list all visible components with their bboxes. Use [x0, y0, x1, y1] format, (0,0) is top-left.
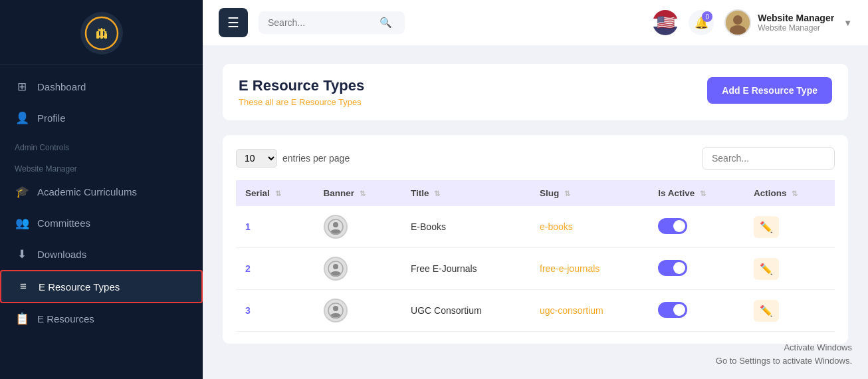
- cell-title: E-Books: [401, 206, 530, 248]
- logo-icon: ⚙: [80, 12, 123, 55]
- edit-button[interactable]: ✏️: [754, 258, 779, 280]
- table-search-input[interactable]: [702, 147, 835, 170]
- cell-banner: [314, 206, 402, 248]
- sidebar-item-downloads-label: Downloads: [37, 249, 86, 260]
- svg-rect-4: [104, 33, 107, 39]
- banner-avatar: [324, 299, 348, 322]
- table-row: 1 E-Bookse-books✏️: [236, 206, 835, 248]
- sidebar-item-e-resource-types[interactable]: ≡ E Resource Types: [0, 270, 203, 303]
- serial-link[interactable]: 1: [245, 221, 251, 232]
- slug-link[interactable]: free-e-journals: [540, 263, 599, 274]
- cell-is-active: [649, 206, 744, 248]
- slug-link[interactable]: ugc-consortium: [540, 305, 603, 316]
- col-is-active: Is Active ⇅: [649, 180, 744, 206]
- sort-icon-serial: ⇅: [275, 190, 281, 197]
- search-icon: 🔍: [380, 17, 392, 29]
- avatar: [724, 9, 751, 36]
- serial-link[interactable]: 3: [245, 305, 251, 316]
- is-active-toggle[interactable]: [658, 260, 687, 276]
- cell-title: UGC Consortium: [401, 290, 530, 332]
- col-title: Title ⇅: [401, 180, 530, 206]
- sidebar: ⚙ ⊞ Dashboard 👤 Profile Admin Controls W…: [0, 0, 203, 379]
- cell-banner: [314, 290, 402, 332]
- academic-curriculums-icon: 🎓: [15, 185, 29, 199]
- is-active-toggle[interactable]: [658, 218, 687, 234]
- sidebar-item-downloads[interactable]: ⬇ Downloads: [0, 239, 203, 270]
- red-arrow: [0, 273, 1, 300]
- topbar-search-input[interactable]: [268, 17, 374, 28]
- edit-button[interactable]: ✏️: [754, 216, 779, 238]
- svg-point-7: [733, 15, 742, 25]
- col-slug: Slug ⇅: [530, 180, 649, 206]
- cell-serial: 3: [236, 290, 314, 332]
- cell-is-active: [649, 290, 744, 332]
- sidebar-item-academic-curriculums[interactable]: 🎓 Academic Curriculums: [0, 176, 203, 207]
- slug-link[interactable]: e-books: [540, 221, 573, 232]
- table-row: 2 Free E-Journalsfree-e-journals✏️: [236, 248, 835, 290]
- sidebar-logo: ⚙: [0, 0, 203, 64]
- table-controls: 10 25 50 100 entries per page: [236, 147, 835, 170]
- table-row: 3 UGC Consortiumugc-consortium✏️: [236, 290, 835, 332]
- page-header-text: E Resource Types These all are E Resourc…: [239, 77, 364, 107]
- sidebar-nav: ⊞ Dashboard 👤 Profile Admin Controls Web…: [0, 64, 203, 341]
- user-area[interactable]: Website Manager Website Manager ▼: [724, 9, 852, 36]
- sort-icon-banner: ⇅: [360, 190, 366, 197]
- svg-point-12: [333, 264, 338, 269]
- col-actions: Actions ⇅: [744, 180, 835, 206]
- cell-serial: 2: [236, 248, 314, 290]
- sidebar-item-academic-curriculums-label: Academic Curriculums: [37, 186, 137, 197]
- profile-icon: 👤: [15, 111, 29, 125]
- cell-actions: ✏️: [744, 206, 835, 248]
- table-container: 10 25 50 100 entries per page Serial ⇅ B…: [223, 135, 848, 344]
- entries-label: entries per page: [282, 153, 350, 164]
- sidebar-item-committees[interactable]: 👥 Committees: [0, 207, 203, 239]
- sidebar-item-committees-label: Committees: [37, 217, 90, 229]
- flag-icon[interactable]: 🇺🇸: [653, 10, 678, 35]
- col-banner: Banner ⇅: [314, 180, 402, 206]
- cell-title: Free E-Journals: [401, 248, 530, 290]
- admin-controls-section: Admin Controls: [0, 134, 203, 155]
- svg-point-9: [333, 222, 338, 227]
- add-e-resource-type-button[interactable]: Add E Resource Type: [707, 77, 832, 104]
- content-area: E Resource Types These all are E Resourc…: [203, 45, 868, 379]
- cell-actions: ✏️: [744, 248, 835, 290]
- menu-button[interactable]: ☰: [219, 8, 248, 37]
- sidebar-item-e-resources-label: E Resources: [37, 313, 94, 324]
- cell-actions: ✏️: [744, 290, 835, 332]
- serial-link[interactable]: 2: [245, 263, 251, 274]
- cell-banner: [314, 248, 402, 290]
- cell-slug: e-books: [530, 206, 649, 248]
- table-header-row: Serial ⇅ Banner ⇅ Title ⇅ Slug ⇅ Is Acti…: [236, 180, 835, 206]
- downloads-icon: ⬇: [15, 247, 29, 261]
- banner-avatar: [324, 257, 348, 281]
- entries-per-page-select[interactable]: 10 25 50 100: [236, 149, 277, 168]
- main-area: ☰ 🔍 🇺🇸 🔔 0 Website Manager: [203, 0, 868, 379]
- dashboard-icon: ⊞: [15, 80, 29, 94]
- e-resource-types-icon: ≡: [16, 280, 31, 293]
- resource-types-table: Serial ⇅ Banner ⇅ Title ⇅ Slug ⇅ Is Acti…: [236, 180, 835, 332]
- user-info: Website Manager Website Manager: [758, 13, 834, 33]
- sidebar-item-e-resources[interactable]: 📋 E Resources: [0, 303, 203, 334]
- banner-avatar: [324, 215, 348, 239]
- cell-is-active: [649, 248, 744, 290]
- sidebar-item-profile[interactable]: 👤 Profile: [0, 102, 203, 134]
- svg-rect-2: [96, 32, 99, 39]
- sort-icon-is-active: ⇅: [700, 190, 706, 197]
- topbar-search-box: 🔍: [259, 11, 405, 34]
- sidebar-item-e-resource-types-label: E Resource Types: [39, 281, 120, 293]
- website-manager-section: Website Manager: [0, 155, 203, 176]
- is-active-toggle[interactable]: [658, 302, 687, 318]
- notification-button[interactable]: 🔔 0: [689, 10, 714, 35]
- sort-icon-actions: ⇅: [792, 190, 798, 197]
- edit-button[interactable]: ✏️: [754, 300, 779, 322]
- svg-rect-3: [100, 29, 103, 39]
- committees-icon: 👥: [15, 216, 29, 230]
- sidebar-item-dashboard[interactable]: ⊞ Dashboard: [0, 71, 203, 102]
- topbar: ☰ 🔍 🇺🇸 🔔 0 Website Manager: [203, 0, 868, 45]
- sidebar-item-profile-label: Profile: [37, 112, 66, 124]
- page-title: E Resource Types: [239, 77, 364, 94]
- sort-icon-title: ⇅: [434, 190, 440, 197]
- svg-point-15: [333, 306, 338, 311]
- entries-select-area: 10 25 50 100 entries per page: [236, 149, 350, 168]
- user-role: Website Manager: [758, 23, 834, 33]
